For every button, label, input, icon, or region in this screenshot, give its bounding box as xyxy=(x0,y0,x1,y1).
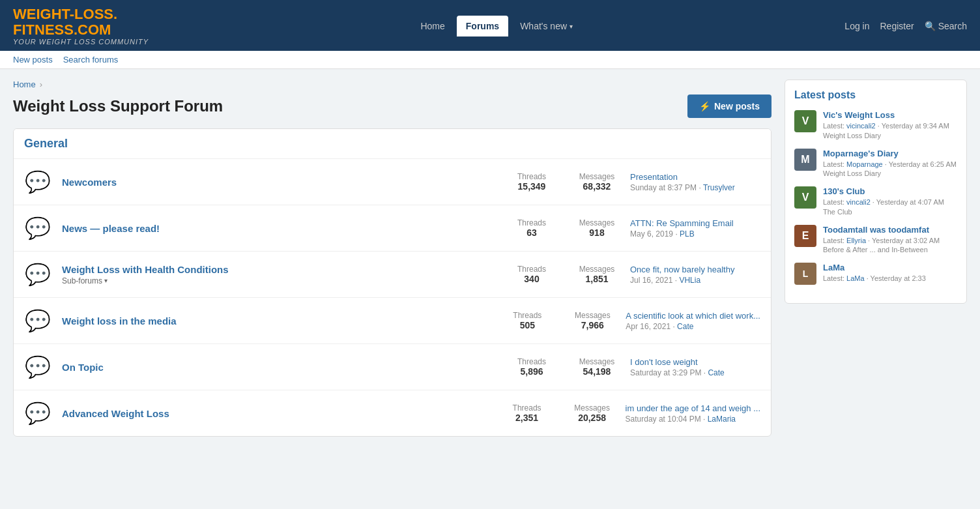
lp-user-130s[interactable]: vincali2 xyxy=(846,198,871,206)
forum-name-ontopic[interactable]: On Topic xyxy=(62,362,104,373)
latest-title-ontopic[interactable]: I don't lose weight xyxy=(630,357,760,367)
latest-meta-advanced: Saturday at 10:04 PM · LaMaria xyxy=(626,414,760,424)
latest-user-ontopic[interactable]: Cate xyxy=(708,368,724,377)
latest-user-newcomers[interactable]: Trusylver xyxy=(703,183,735,192)
forum-row-media: 💬 Weight loss in the media Threads 505 M… xyxy=(14,298,771,344)
nav-home[interactable]: Home xyxy=(411,16,454,36)
forum-info-advanced: Advanced Weight Loss xyxy=(62,408,494,419)
breadcrumb: Home › xyxy=(13,80,771,89)
forum-info-newcomers: Newcomers xyxy=(62,177,498,188)
stat-threads-ontopic: Threads 5,896 xyxy=(509,357,555,377)
forum-name-newcomers[interactable]: Newcomers xyxy=(62,177,117,188)
forum-latest-advanced: im under the age of 14 and weigh ... Sat… xyxy=(626,403,760,424)
lp-content-toodamtall: Toodamtall was toodamfat Latest: Ellyria… xyxy=(823,225,957,254)
header-right-links: Log in Register 🔍 Search xyxy=(844,21,967,31)
lp-meta-130s: Latest: vincali2 · Yesterday at 4:07 AM xyxy=(823,197,957,207)
latest-title-newcomers[interactable]: Presentation xyxy=(630,172,760,182)
list-item: L LaMa Latest: LaMa · Yesterday at 2:33 xyxy=(794,263,957,285)
subforum-chevron-icon: ▾ xyxy=(104,277,108,284)
stat-threads-newcomers: Threads 15,349 xyxy=(509,172,555,192)
latest-title-advanced[interactable]: im under the age of 14 and weigh ... xyxy=(626,403,760,413)
forum-row-health: 💬 Weight Loss with Health Conditions Sub… xyxy=(14,252,771,298)
forum-row-newcomers: 💬 Newcomers Threads 15,349 Messages 68,3… xyxy=(14,159,771,205)
forum-icon-newcomers: 💬 xyxy=(24,168,51,196)
forum-row-advanced: 💬 Advanced Weight Loss Threads 2,351 Mes… xyxy=(14,390,771,436)
lp-content-moparnage: Moparnage's Diary Latest: Moparnage · Ye… xyxy=(823,149,957,177)
new-posts-button[interactable]: ⚡ New posts xyxy=(687,95,771,118)
forum-info-news: News — please read! xyxy=(62,223,498,234)
lp-user-vics[interactable]: vicincali2 xyxy=(846,122,876,130)
forum-name-health[interactable]: Weight Loss with Health Conditions xyxy=(62,264,229,275)
forum-icon-media: 💬 xyxy=(24,307,51,334)
lp-thread-lama[interactable]: LaMa xyxy=(823,263,957,272)
latest-user-health[interactable]: VHLia xyxy=(679,276,700,285)
logo-tagline: Your Weight Loss Community xyxy=(13,38,149,46)
list-item: M Moparnage's Diary Latest: Moparnage · … xyxy=(794,149,957,177)
list-item: V Vic's Weight Loss Latest: vicincali2 ·… xyxy=(794,110,957,139)
latest-meta-news: May 6, 2019 · PLB xyxy=(630,229,760,239)
forum-info-ontopic: On Topic xyxy=(62,362,498,373)
section-title-general: General xyxy=(24,137,68,150)
stat-messages-health: Messages 1,851 xyxy=(574,265,620,284)
lp-user-toodamtall[interactable]: Ellyria xyxy=(846,237,866,244)
forum-icon-news: 💬 xyxy=(24,214,51,242)
chat-bubble-gray-icon: 💬 xyxy=(25,216,51,240)
lp-meta-moparnage: Latest: Moparnage · Yesterday at 6:25 AM xyxy=(823,160,957,169)
nav-forums[interactable]: Forums xyxy=(457,16,508,36)
search-forums-link[interactable]: Search forums xyxy=(63,55,119,65)
content-left: Home › Weight Loss Support Forum ⚡ New p… xyxy=(13,80,771,447)
forum-name-media[interactable]: Weight loss in the media xyxy=(62,315,177,327)
forum-stats-health: Threads 340 Messages 1,851 xyxy=(509,265,620,284)
forum-icon-ontopic: 💬 xyxy=(24,353,51,381)
forum-latest-news: ATTN: Re Spamming Email May 6, 2019 · PL… xyxy=(630,218,760,239)
latest-title-news[interactable]: ATTN: Re Spamming Email xyxy=(630,218,760,228)
forum-info-media: Weight loss in the media xyxy=(62,315,494,327)
forum-latest-ontopic: I don't lose weight Saturday at 3:29 PM … xyxy=(630,357,760,377)
lp-category-130s: The Club xyxy=(823,208,957,216)
lp-thread-toodamtall[interactable]: Toodamtall was toodamfat xyxy=(823,225,957,235)
login-link[interactable]: Log in xyxy=(844,21,869,31)
register-link[interactable]: Register xyxy=(880,21,914,31)
latest-user-advanced[interactable]: LaMaria xyxy=(708,414,736,424)
forum-name-advanced[interactable]: Advanced Weight Loss xyxy=(62,408,169,419)
latest-title-media[interactable]: A scientific look at which diet work... xyxy=(626,311,760,321)
forum-stats-media: Threads 505 Messages 7,966 xyxy=(504,311,615,330)
chat-bubble-icon: 💬 xyxy=(25,169,51,194)
subforums-toggle-health[interactable]: Sub-forums ▾ xyxy=(62,276,498,285)
stat-threads-news: Threads 63 xyxy=(509,218,555,238)
lp-user-moparnage[interactable]: Moparnage xyxy=(846,160,883,168)
lp-category-vics: Weight Loss Diary xyxy=(823,132,957,139)
sidebar-right: Latest posts V Vic's Weight Loss Latest:… xyxy=(785,80,967,447)
new-posts-link[interactable]: New posts xyxy=(13,55,53,65)
latest-title-health[interactable]: Once fit, now barely healthy xyxy=(630,265,760,274)
nav-whats-new[interactable]: What's new ▾ xyxy=(511,16,582,36)
avatar-130s: V xyxy=(794,186,816,209)
latest-user-news[interactable]: PLB xyxy=(680,229,695,239)
latest-meta-newcomers: Sunday at 8:37 PM · Trusylver xyxy=(630,183,760,192)
general-section: General 💬 Newcomers Threads 15,349 Messa… xyxy=(13,128,771,437)
avatar-toodamtall: E xyxy=(794,225,816,247)
forum-latest-health: Once fit, now barely healthy Jul 16, 202… xyxy=(630,265,760,285)
breadcrumb-separator-icon: › xyxy=(40,80,42,89)
latest-posts-panel: Latest posts V Vic's Weight Loss Latest:… xyxy=(785,80,967,304)
lp-thread-moparnage[interactable]: Moparnage's Diary xyxy=(823,149,957,158)
forum-icon-health: 💬 xyxy=(24,261,51,288)
site-logo[interactable]: WEIGHT-LOSS.FITNESS.com xyxy=(13,7,149,38)
list-item: V 130's Club Latest: vincali2 · Yesterda… xyxy=(794,186,957,215)
breadcrumb-home[interactable]: Home xyxy=(13,80,36,89)
lp-user-lama[interactable]: LaMa xyxy=(846,274,865,282)
forum-name-news[interactable]: News — please read! xyxy=(62,223,160,234)
search-link[interactable]: 🔍 Search xyxy=(925,21,967,31)
lp-thread-vics[interactable]: Vic's Weight Loss xyxy=(823,110,957,120)
sub-nav-bar: New posts Search forums xyxy=(0,51,980,69)
forum-stats-advanced: Threads 2,351 Messages 20,258 xyxy=(504,403,615,423)
stat-messages-newcomers: Messages 68,332 xyxy=(574,172,620,192)
avatar-lama: L xyxy=(794,263,816,285)
forum-info-health: Weight Loss with Health Conditions Sub-f… xyxy=(62,264,498,285)
stat-threads-media: Threads 505 xyxy=(504,311,550,330)
lp-meta-toodamtall: Latest: Ellyria · Yesterday at 3:02 AM xyxy=(823,236,957,246)
latest-user-media[interactable]: Cate xyxy=(677,322,693,331)
stat-threads-advanced: Threads 2,351 xyxy=(504,403,550,423)
page-title: Weight Loss Support Forum xyxy=(13,97,223,115)
lp-thread-130s[interactable]: 130's Club xyxy=(823,186,957,196)
